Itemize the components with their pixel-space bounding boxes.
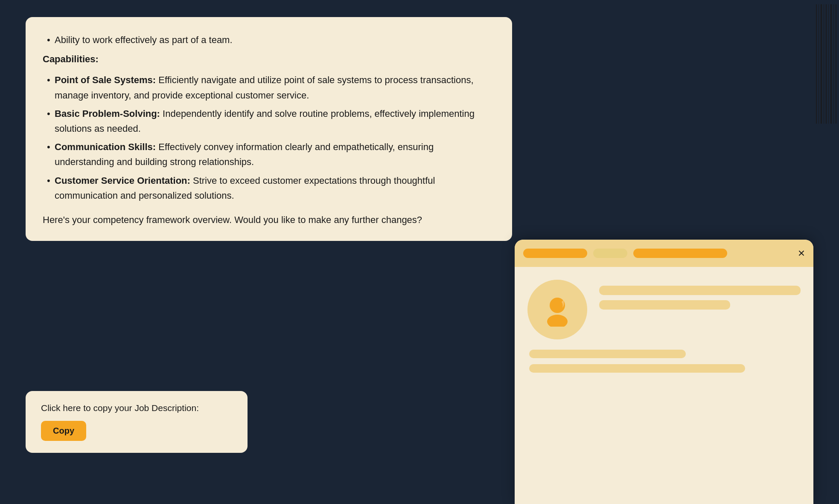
doc-avatar (527, 280, 587, 339)
header-bars (523, 249, 727, 258)
capability-problem: Basic Problem-Solving: Independently ide… (47, 104, 495, 138)
doc-text-line-1 (529, 350, 686, 358)
svg-point-0 (550, 298, 565, 313)
capabilities-list: Point of Sale Systems: Efficiently navig… (43, 71, 495, 205)
document-preview-modal: × (515, 240, 813, 504)
header-bar-2 (593, 249, 627, 258)
header-bar-3 (633, 249, 727, 258)
header-bar-1 (523, 249, 587, 258)
doc-text-line-2 (529, 364, 745, 373)
doc-text-lines (527, 350, 801, 373)
svg-point-1 (547, 315, 568, 327)
doc-profile-row (527, 280, 801, 339)
doc-body (515, 267, 813, 385)
team-bullet: Ability to work effectively as part of a… (47, 31, 495, 49)
close-button[interactable]: × (798, 247, 805, 259)
doc-preview-header: × (515, 240, 813, 267)
capability-pos: Point of Sale Systems: Efficiently navig… (47, 71, 495, 104)
doc-line-name (599, 286, 801, 295)
copy-button[interactable]: Copy (41, 421, 86, 441)
capability-customer: Customer Service Orientation: Strive to … (47, 171, 495, 205)
doc-line-title (599, 300, 730, 310)
ai-response-bubble: Ability to work effectively as part of a… (26, 17, 512, 241)
person-icon (540, 293, 574, 327)
copy-card-label: Click here to copy your Job Description: (41, 403, 232, 413)
copy-job-description-card: Click here to copy your Job Description:… (26, 391, 248, 453)
barcode-decoration (813, 0, 839, 128)
doc-info-lines (599, 280, 801, 310)
capability-communication: Communication Skills: Effectively convey… (47, 138, 495, 171)
summary-text: Here's your competency framework overvie… (43, 212, 495, 227)
capabilities-title: Capabilities: (43, 52, 495, 67)
